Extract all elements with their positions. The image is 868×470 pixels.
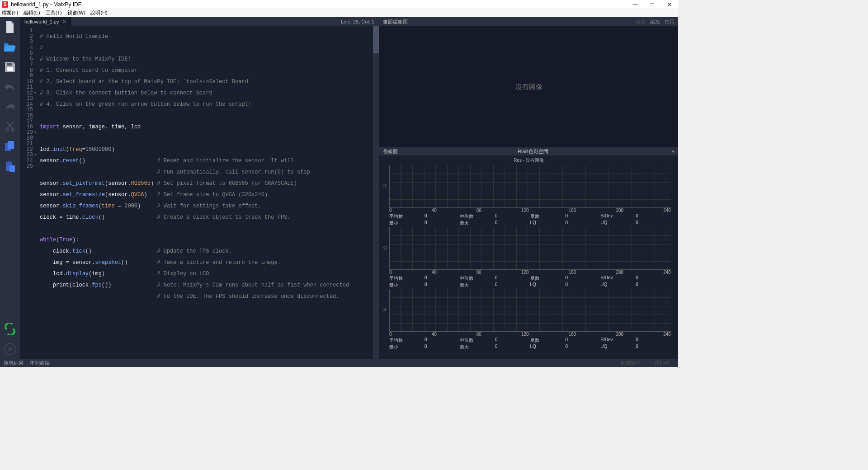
histogram-plot-g: G [389,227,671,270]
preview-btn-disable[interactable]: 禁用 [665,19,675,25]
menubar: 檔案(F) 編輯(E) 工具(T) 視窗(W) 說明(H) [0,9,678,17]
preview-header: 畫面緩衝區 轉移 縮放 禁用 [379,17,678,26]
channel-label-b: B [383,307,387,312]
preview-btn-refresh[interactable]: 轉移 [636,19,646,25]
status-bar: 搜尋結果 串列終端 韌體版本： 序列埠： [0,359,678,367]
colorspace-select[interactable]: RGB色彩空間 [398,148,668,155]
svg-rect-5 [8,141,14,149]
histogram-plot-r: R [389,165,671,208]
editor-tab-bar: helloworld_1.py × Line: 25, Col: 1 [20,17,379,26]
preview-viewport: 沒有圖像 [379,26,678,147]
minimize-button[interactable]: ― [632,1,638,8]
cursor-position: Line: 25, Col: 1 [336,17,379,26]
open-file-icon[interactable] [4,41,16,53]
preview-title: 畫面緩衝區 [383,19,408,25]
run-icon[interactable] [4,343,16,355]
channel-label-r: R [383,183,387,188]
editor-tab[interactable]: helloworld_1.py × [20,17,71,26]
app-icon: S [2,1,8,8]
svg-point-3 [11,128,14,131]
svg-point-2 [6,128,9,131]
status-serial-port: 序列埠： [655,360,675,367]
menu-tools[interactable]: 工具(T) [46,9,62,16]
save-file-icon[interactable] [4,61,16,73]
menu-help[interactable]: 說明(H) [90,9,107,16]
menu-window[interactable]: 視窗(W) [67,9,85,16]
copy-icon[interactable] [4,140,16,153]
close-button[interactable]: ✕ [666,1,673,8]
histogram-header: 長條圖 RGB色彩空間 ▾ [379,147,678,155]
connect-icon[interactable] [4,323,16,335]
channel-label-g: G [383,245,387,250]
status-firmware: 韌體版本： [621,360,646,367]
svg-rect-8 [9,165,15,172]
window-titlebar: S helloworld_1.py - MaixPy IDE ― □ ✕ [0,0,678,9]
histogram-res-label: Res - 沒有圖像 [382,156,675,164]
undo-icon[interactable] [4,80,16,93]
histogram-title: 長條圖 [383,148,398,155]
histogram-panel: Res - 沒有圖像 R04080120160200240平均數0中位數0眾數0… [379,155,678,351]
side-toolbar [0,17,20,359]
status-serial-terminal[interactable]: 串列終端 [30,360,50,367]
preview-btn-zoom[interactable]: 縮放 [650,19,660,25]
svg-rect-7 [7,161,11,163]
maximize-button[interactable]: □ [649,1,656,8]
editor-scrollbar[interactable] [373,26,379,359]
window-title: helloworld_1.py - MaixPy IDE [11,1,82,8]
new-file-icon[interactable] [4,21,16,33]
code-content[interactable]: # Hello World Example # # Welcome to the… [36,26,373,359]
cut-icon[interactable] [4,120,16,133]
colorspace-chevron-icon[interactable]: ▾ [668,149,675,155]
no-image-label: 沒有圖像 [515,83,542,91]
status-search-results[interactable]: 搜尋結果 [4,360,24,367]
menu-edit[interactable]: 編輯(E) [24,9,40,16]
redo-icon[interactable] [4,100,16,113]
paste-icon[interactable] [4,160,16,173]
tab-close-icon[interactable]: × [62,18,66,25]
histogram-plot-b: B [389,289,671,332]
svg-rect-1 [7,67,13,71]
line-gutter: 1234567891011▾12131415161718▾19202122▾23… [20,26,36,359]
svg-rect-0 [7,63,12,66]
code-editor[interactable]: 1234567891011▾12131415161718▾19202122▾23… [20,26,379,359]
menu-file[interactable]: 檔案(F) [2,9,18,16]
tab-filename: helloworld_1.py [24,19,59,24]
